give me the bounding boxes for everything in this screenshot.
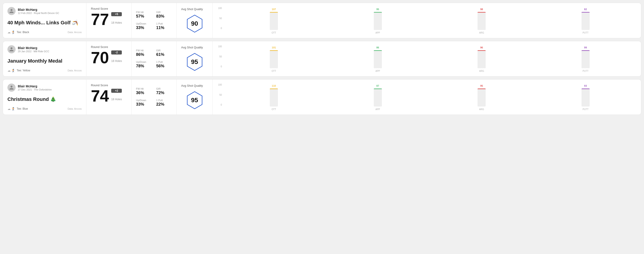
stat-updown-val: 78%: [136, 64, 152, 68]
bar-wrapper: [270, 50, 278, 68]
stat-fw-hit: FW Hit86%: [136, 49, 152, 57]
card-footer: ☁ 🏌Tee: BlueData: Arccos: [8, 107, 82, 111]
weather-icon: ☁ 🏌: [8, 107, 15, 111]
score-section: Round Score70-218 Holes: [86, 41, 132, 76]
hexagon: 90: [184, 13, 205, 34]
bar-x-label: ARG: [479, 108, 484, 111]
score-diff-badge: -2: [111, 50, 122, 54]
player-name: Blair McHarg: [18, 84, 52, 88]
stat-updown-key: Up/Down: [136, 61, 152, 63]
card-left: Blair McHarg27 Dec 2021 · The Oxfordshir…: [3, 80, 86, 115]
bar-accent: [270, 89, 278, 89]
tee-label: Tee: Yellow: [17, 69, 30, 72]
stat-oneputt-key: 1 Putt: [156, 22, 172, 25]
bar-col-putt: 82PUTT: [535, 8, 636, 34]
stats-grid: FW Hit57%GIR83%Up/Down33%1 Putt11%: [136, 11, 172, 30]
stat-fw-hit: FW Hit57%: [136, 11, 152, 19]
bar-value-label: 99: [584, 46, 587, 49]
player-info: Blair McHarg12 Feb 2022 · Royal North De…: [18, 8, 59, 14]
round-title: 40 Mph Winds... Links Golf 🪃: [8, 20, 82, 26]
bar-x-label: OTT: [272, 31, 276, 34]
stat-oneputt: 1 Putt56%: [156, 61, 172, 68]
bar-wrapper: [374, 12, 382, 30]
stat-gir-val: 72%: [156, 91, 172, 95]
player-info: Blair McHarg29 Jan 2022 · Mill Ride GCC: [18, 46, 49, 53]
bar-wrapper: [270, 89, 278, 107]
bar-value-label: 110: [272, 84, 276, 87]
bar-accent: [582, 12, 590, 13]
stat-fw-hit-val: 86%: [136, 52, 152, 57]
bar-x-label: ARG: [479, 31, 484, 34]
round-card-round3: Blair McHarg27 Dec 2021 · The Oxfordshir…: [3, 79, 641, 115]
bar-value-label: 98: [480, 8, 483, 10]
score-number: 77: [91, 11, 109, 27]
y-axis: 100500: [218, 7, 222, 34]
stat-gir: GIR72%: [156, 87, 172, 95]
y-label: 100: [218, 45, 222, 48]
bar-value-label: 101: [272, 46, 276, 49]
hexagon-container: 95: [181, 90, 208, 110]
data-source: Data: Arccos: [68, 31, 82, 33]
bars-wrap: 110OTT87APP95ARG93PUTT: [224, 84, 636, 111]
card-left: Blair McHarg29 Jan 2022 · Mill Ride GCCJ…: [3, 41, 86, 76]
bar-x-label: PUTT: [583, 31, 588, 34]
hexagon: 95: [184, 52, 205, 72]
stats-grid: FW Hit86%GIR61%Up/Down78%1 Putt56%: [136, 49, 172, 68]
bar-value-label: 96: [480, 46, 483, 49]
bar-value-label: 95: [480, 84, 483, 87]
y-label: 50: [218, 17, 222, 20]
chart-area: 100500107OTT95APP98ARG82PUTT: [218, 7, 636, 34]
stat-gir: GIR83%: [156, 11, 172, 19]
player-header: Blair McHarg12 Feb 2022 · Royal North De…: [8, 7, 82, 15]
bar-wrapper: [374, 50, 382, 68]
score-number: 74: [91, 88, 109, 104]
chart-section: 100500110OTT87APP95ARG93PUTT: [213, 80, 641, 115]
stat-gir-key: GIR: [156, 11, 172, 13]
holes-label: 18 Holes: [111, 98, 122, 101]
stat-updown-key: Up/Down: [136, 22, 152, 25]
holes-label: 18 Holes: [111, 21, 122, 24]
stat-oneputt-val: 56%: [156, 64, 172, 68]
holes-label: 18 Holes: [111, 59, 122, 63]
score-meta: -218 Holes: [111, 50, 122, 66]
bar-col-app: 86APP: [328, 46, 428, 72]
y-label: 100: [218, 84, 222, 86]
bar-value-label: 86: [376, 46, 379, 49]
tee-info: ☁ 🏌Tee: Blue: [8, 107, 28, 111]
bar-accent: [478, 12, 486, 13]
bar-wrapper: [478, 12, 486, 30]
stat-fw-hit-key: FW Hit: [136, 87, 152, 90]
stat-updown-key: Up/Down: [136, 99, 152, 102]
player-header: Blair McHarg29 Jan 2022 · Mill Ride GCC: [8, 45, 82, 53]
bar-accent: [270, 12, 278, 13]
round-card-round1: Blair McHarg12 Feb 2022 · Royal North De…: [3, 3, 641, 38]
stat-gir-key: GIR: [156, 49, 172, 52]
stat-updown: Up/Down78%: [136, 61, 152, 68]
stat-fw-hit-key: FW Hit: [136, 11, 152, 13]
y-label: 0: [218, 104, 222, 106]
bar-accent: [582, 89, 590, 89]
quality-section: Avg Shot Quality90: [176, 3, 213, 38]
score-section: Round Score74+218 Holes: [86, 80, 132, 115]
stat-updown-val: 33%: [136, 25, 152, 30]
bars-wrap: 101OTT86APP96ARG99PUTT: [224, 45, 636, 72]
player-date: 12 Feb 2022 · Royal North Devon GC: [18, 12, 59, 14]
hexagon-container: 95: [181, 52, 208, 72]
bar-accent: [478, 50, 486, 51]
bar-value-label: 95: [376, 8, 379, 10]
bar-x-label: APP: [376, 70, 380, 72]
chart-area: 100500110OTT87APP95ARG93PUTT: [218, 84, 636, 111]
score-diff-badge: +2: [111, 89, 122, 93]
player-name: Blair McHarg: [18, 46, 49, 50]
card-footer: ☁ 🏌Tee: YellowData: Arccos: [8, 69, 82, 72]
quality-score: 95: [191, 58, 198, 66]
player-info: Blair McHarg27 Dec 2021 · The Oxfordshir…: [18, 84, 52, 91]
chart-area: 100500101OTT86APP96ARG99PUTT: [218, 45, 636, 72]
stat-gir: GIR61%: [156, 49, 172, 57]
stat-oneputt-key: 1 Putt: [156, 99, 172, 102]
weather-icon: ☁ 🏌: [8, 69, 15, 72]
bar-x-label: OTT: [272, 70, 276, 72]
round-title: Christmas Round 🎄: [8, 96, 82, 102]
y-label: 0: [218, 27, 222, 29]
bar-wrapper: [582, 50, 590, 68]
